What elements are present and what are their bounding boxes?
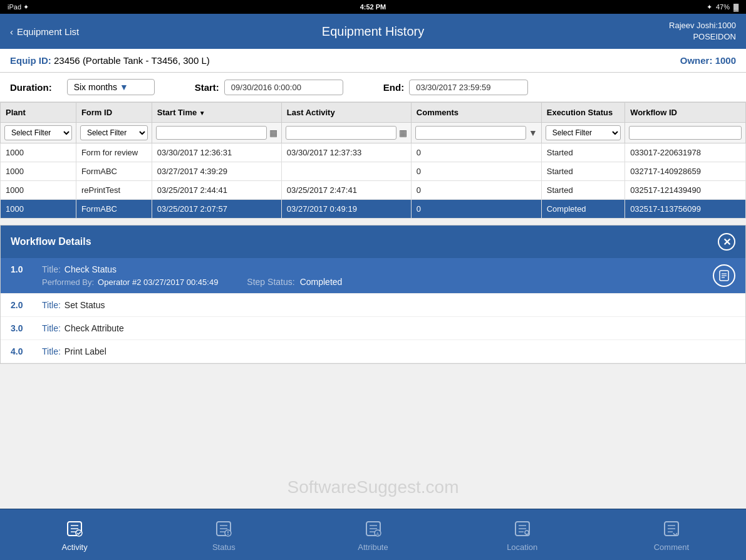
cell-3: 03/25/2017 2:47:41 xyxy=(281,181,411,200)
status-bar: iPad ✦ 4:52 PM ✦ 47% ▓ xyxy=(0,0,746,14)
col-plant: Plant xyxy=(1,103,76,123)
owner-info: Owner: 1000 xyxy=(680,55,736,66)
performed-label: Performed By: xyxy=(42,277,94,287)
duration-value: Six months xyxy=(74,82,117,92)
filter-formid-cell[interactable]: Select Filter xyxy=(76,123,152,143)
cell-6: 032517-113756099 xyxy=(625,200,746,219)
step-content: Title: Check Attribute xyxy=(42,323,735,333)
comment-tab-label: Comment xyxy=(654,542,689,552)
col-execution-status: Execution Status xyxy=(541,103,624,123)
step-title-line: Title: Check Status xyxy=(42,264,713,274)
title-value: Check Attribute xyxy=(65,323,124,333)
attribute-tab-label: Attribute xyxy=(358,542,388,552)
cell-6: 033017-220631978 xyxy=(625,143,746,162)
title-label: Title: xyxy=(42,346,61,356)
col-last-activity: Last Activity xyxy=(281,103,411,123)
table-header-row: Plant Form ID Start Time ▼ Last Activity… xyxy=(1,103,746,123)
tab-activity[interactable]: Activity xyxy=(0,509,149,560)
tab-status[interactable]: Status xyxy=(149,509,298,560)
equip-id-value: 23456 (Portable Tank - T3456, 300 L) xyxy=(54,55,210,66)
cell-4: 0 xyxy=(411,181,541,200)
col-form-id: Form ID xyxy=(76,103,152,123)
step-title-line: Title: Set Status xyxy=(42,300,735,310)
equip-id-label: Equip ID: xyxy=(10,55,51,66)
start-label: Start: xyxy=(195,82,219,93)
step-number: 2.0 xyxy=(11,300,42,310)
calendar2-icon[interactable]: ▦ xyxy=(399,128,407,138)
filter-starttime-cell[interactable]: ▦ xyxy=(152,123,281,143)
cell-2: 03/25/2017 2:07:57 xyxy=(152,200,281,219)
location-tab-label: Location xyxy=(507,542,537,552)
tab-bar: Activity Status A xyxy=(0,509,746,560)
step-content: Title: Set Status xyxy=(42,300,735,310)
tab-location[interactable]: Location xyxy=(448,509,597,560)
filter-execstatus-cell[interactable]: Select Filter xyxy=(541,123,624,143)
step-number: 4.0 xyxy=(11,346,42,356)
cell-1: Form for review xyxy=(76,143,152,162)
execstatus-filter-select[interactable]: Select Filter xyxy=(546,125,621,140)
filter-comments-cell[interactable]: ▼ xyxy=(411,123,541,143)
filter-plant-cell[interactable]: Select Filter xyxy=(1,123,76,143)
duration-label: Duration: xyxy=(10,82,52,93)
tab-attribute[interactable]: A Attribute xyxy=(298,509,447,560)
close-button[interactable]: ✕ xyxy=(718,233,735,251)
cell-0: 1000 xyxy=(1,143,76,162)
title-value: Print Label xyxy=(65,346,106,356)
comments-filter-input[interactable] xyxy=(415,126,526,140)
duration-select[interactable]: Six months ▼ xyxy=(67,79,155,95)
start-date-input[interactable] xyxy=(224,80,343,95)
plant-filter-select[interactable]: Select Filter xyxy=(4,125,72,140)
equipment-id: Equip ID: 23456 (Portable Tank - T3456, … xyxy=(10,55,210,66)
back-label: Equipment List xyxy=(17,26,79,37)
workflowid-filter-input[interactable] xyxy=(629,126,742,140)
cell-4: 0 xyxy=(411,162,541,181)
start-date-group: Start: xyxy=(195,80,343,95)
tab-comment[interactable]: Comment xyxy=(597,509,746,560)
step-number: 1.0 xyxy=(11,264,42,274)
workflow-step-2: 2.0 Title: Set Status xyxy=(1,294,745,317)
calendar-icon[interactable]: ▦ xyxy=(269,128,277,138)
duration-bar: Duration: Six months ▼ Start: End: xyxy=(0,73,746,102)
battery-icon: ▓ xyxy=(733,3,738,11)
equipment-bar: Equip ID: 23456 (Portable Tank - T3456, … xyxy=(0,49,746,73)
bluetooth-icon: ✦ xyxy=(707,3,712,11)
cell-2: 03/27/2017 4:39:29 xyxy=(152,162,281,181)
title-value: Set Status xyxy=(65,300,105,310)
activity-tab-label: Activity xyxy=(62,542,88,552)
attribute-tab-icon: A xyxy=(362,517,385,540)
page-title: Equipment History xyxy=(322,24,424,39)
col-comments: Comments xyxy=(411,103,541,123)
activity-tab-icon xyxy=(63,517,86,540)
comments-dropdown-icon[interactable]: ▼ xyxy=(529,128,537,138)
cell-3 xyxy=(281,162,411,181)
title-label: Title: xyxy=(42,323,61,333)
table-row[interactable]: 1000rePrintTest03/25/2017 2:44:4103/25/2… xyxy=(1,181,746,200)
workflow-title: Workflow Details xyxy=(11,236,91,247)
workflow-step-1: 1.0 Title: Check Status Performed By: Op… xyxy=(1,258,745,294)
starttime-filter-input[interactable] xyxy=(156,126,267,140)
step-status-label: Step Status: xyxy=(247,277,294,287)
activity-table: Plant Form ID Start Time ▼ Last Activity… xyxy=(0,102,746,219)
step-status: Step Status: Completed xyxy=(247,277,342,287)
cell-1: FormABC xyxy=(76,200,152,219)
step-content: Title: Print Label xyxy=(42,346,735,356)
svg-text:A: A xyxy=(376,532,379,536)
status-bar-left: iPad ✦ xyxy=(8,3,29,11)
filter-lastactivity-cell[interactable]: ▦ xyxy=(281,123,411,143)
svg-point-15 xyxy=(227,534,229,535)
end-date-input[interactable] xyxy=(409,80,528,95)
title-value: Check Status xyxy=(65,264,117,274)
filter-workflowid-cell[interactable] xyxy=(625,123,746,143)
document-icon[interactable] xyxy=(713,264,735,287)
table-row[interactable]: 1000Form for review03/30/2017 12:36:3103… xyxy=(1,143,746,162)
step-number: 3.0 xyxy=(11,323,42,333)
table-row[interactable]: 1000FormABC03/25/2017 2:07:5703/27/2017 … xyxy=(1,200,746,219)
lastactivity-filter-input[interactable] xyxy=(286,126,396,140)
title-label: Title: xyxy=(42,300,61,310)
table-row[interactable]: 1000FormABC03/27/2017 4:39:290Started032… xyxy=(1,162,746,181)
location-tab-icon xyxy=(511,517,534,540)
step-status-value: Completed xyxy=(300,277,343,287)
formid-filter-select[interactable]: Select Filter xyxy=(80,125,148,140)
battery-level: 47% xyxy=(716,3,730,11)
back-button[interactable]: ‹ Equipment List xyxy=(10,26,79,37)
